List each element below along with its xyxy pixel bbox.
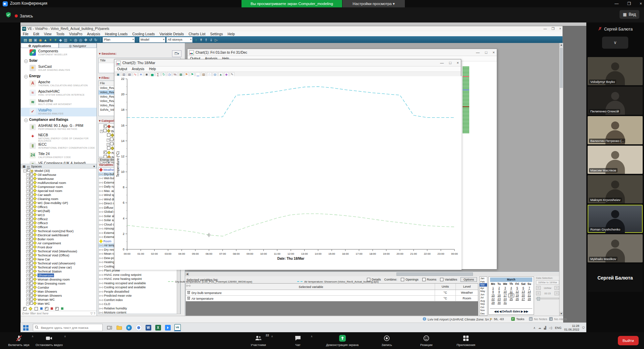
checkbox[interactable]: [30, 273, 33, 277]
app-group-energy[interactable]: –Energy: [21, 74, 97, 79]
storeys-select[interactable]: All storeys: [166, 37, 193, 43]
space-front-door[interactable]: +Front door: [21, 245, 97, 249]
expand-icon[interactable]: +: [26, 182, 29, 185]
close-icon[interactable]: ×: [457, 59, 459, 66]
menu-heating-loads[interactable]: Heating Loads: [105, 32, 128, 36]
checkbox[interactable]: [107, 133, 110, 137]
calendar-day-9[interactable]: 9: [496, 290, 502, 294]
app-item-apache[interactable]: AApacheTHERMAL CALCULATION AND SIMULATIO…: [29, 80, 97, 88]
checkbox[interactable]: [30, 185, 33, 188]
space-wc-low-mobility-gp[interactable]: +WC (low-mobility GP): [21, 201, 97, 205]
space-showroom[interactable]: +Showroom: [21, 273, 97, 277]
expand-icon[interactable]: +: [26, 194, 29, 197]
ve-title-bar[interactable]: VE VE - VistaPro - Volvo_Rev5_Actual_bui…: [21, 26, 562, 32]
calendar-day-20[interactable]: 20: [520, 294, 526, 297]
spaces-header[interactable]: ▦⚏ Spaces ▾: [21, 164, 97, 168]
visibility-icon[interactable]: [55, 307, 59, 310]
checkbox[interactable]: [30, 293, 33, 297]
space-air-compartment[interactable]: +Air compartment: [21, 241, 97, 245]
month-jan[interactable]: Jan: [480, 277, 487, 280]
calendar-day-10[interactable]: 10: [502, 290, 508, 294]
variable-cooling-occupied-and-available[interactable]: Cooling occupied and available: [99, 285, 180, 290]
maximize-icon[interactable]: ❐: [627, 1, 631, 6]
chart2-title-bar[interactable]: Chart(2): Thu 18/Mar — □ ×: [114, 59, 461, 66]
notifications-icon[interactable]: 🗩: [582, 326, 585, 330]
checkbox[interactable]: [104, 124, 107, 128]
expand-icon[interactable]: +: [107, 139, 110, 142]
space-office1[interactable]: +Office1: [21, 205, 97, 209]
space-office3[interactable]: +Office3: [21, 221, 97, 225]
checkbox[interactable]: [30, 217, 33, 220]
menu-edit[interactable]: Edit: [33, 32, 39, 36]
options-button[interactable]: Options: [461, 277, 477, 282]
checkbox[interactable]: [30, 301, 33, 305]
recording-indicator[interactable]: Запись: [15, 13, 33, 19]
expand-icon[interactable]: +: [26, 302, 29, 305]
collapse-icon[interactable]: –: [23, 169, 26, 172]
next-icon[interactable]: ▶: [521, 310, 523, 313]
variable-hvac-zone-cooling-setpoint[interactable]: HVAC zone cooling setpoint: [99, 273, 180, 277]
up-arrow-icon[interactable]: ↑: [194, 38, 199, 43]
month-apr[interactable]: Apr: [480, 287, 487, 290]
export-icon[interactable]: ▲: [43, 38, 48, 43]
checkbox[interactable]: [30, 229, 33, 232]
month-may[interactable]: May: [480, 290, 487, 293]
expand-icon[interactable]: +: [26, 214, 29, 217]
scrollbar-thumb[interactable]: [396, 272, 473, 276]
filter-input[interactable]: Enter filter text here: [22, 312, 49, 315]
calendar-day-14[interactable]: 14: [526, 290, 532, 294]
space-electrical-switchboard[interactable]: +Electrical switchboard: [21, 233, 97, 237]
minimize-icon[interactable]: —: [440, 59, 444, 66]
chart2-menu-analysis[interactable]: Analysis: [132, 67, 144, 71]
video-button[interactable]: Остановить видео∧: [33, 332, 65, 349]
month-sep[interactable]: Sep: [480, 302, 487, 306]
checkbox[interactable]: [104, 151, 107, 154]
space-car-wash[interactable]: +Car wash: [21, 193, 97, 197]
filter-check-icon[interactable]: [45, 307, 48, 310]
calendar-day-24[interactable]: 24: [502, 297, 508, 301]
participants-button[interactable]: Участники22∧: [244, 332, 272, 349]
checkbox[interactable]: [30, 249, 33, 252]
expand-icon[interactable]: +: [26, 250, 29, 253]
expand-icon[interactable]: +: [26, 173, 29, 177]
time-slider[interactable]: [536, 298, 559, 299]
expand-icon[interactable]: +: [26, 246, 29, 249]
variable-clo[interactable]: CLO: [99, 302, 180, 306]
files-label[interactable]: ▾ Files:: [99, 76, 110, 80]
scroll-down-icon[interactable]: ▼: [559, 312, 563, 316]
menu-settings[interactable]: Settings: [210, 32, 223, 36]
checkbox[interactable]: [30, 297, 33, 301]
variable-moisture-content[interactable]: Moisture content: [99, 310, 180, 314]
first-icon[interactable]: ◀◀: [494, 310, 498, 313]
calendar-day-26[interactable]: 26: [514, 297, 520, 301]
minimize-icon[interactable]: —: [614, 1, 619, 6]
expand-icon[interactable]: +: [26, 290, 29, 293]
checkbox[interactable]: [110, 142, 113, 145]
task-view-icon[interactable]: [106, 324, 113, 331]
space-woman-dreesing-room[interactable]: +Woman dreesing room: [21, 277, 97, 281]
space-technical-void-new-car[interactable]: +Technical void (new car): [21, 265, 97, 269]
checkbox[interactable]: [30, 241, 33, 244]
month-aug[interactable]: Aug: [480, 299, 487, 303]
participant-tile-mykhailo-maslikov[interactable]: Mykhailo Maslikov: [588, 234, 643, 262]
new-file-icon[interactable]: ▤: [23, 38, 28, 43]
date-prev-icon[interactable]: <: [536, 286, 541, 290]
calendar-day-28[interactable]: 28: [526, 297, 532, 301]
variable-people-dissatisfied[interactable]: People dissatisfied: [99, 290, 180, 294]
app-item-necb[interactable]: ✦NECBNATIONAL ENERGY CODE OF CANADA FOR …: [29, 133, 97, 141]
chart2-menu-output[interactable]: Output: [117, 67, 127, 71]
expand-icon[interactable]: +: [26, 258, 29, 261]
table-row-dry-bulb-temperature[interactable]: Dry-bulb temperature°CWeather: [186, 290, 478, 296]
orbit-icon[interactable]: ↻: [93, 38, 98, 43]
calendar-day-19[interactable]: 19: [514, 294, 520, 297]
chart2-menu-help[interactable]: Help: [149, 67, 156, 71]
expand-icon[interactable]: +: [26, 278, 29, 281]
checkbox[interactable]: [30, 225, 33, 228]
checkbox[interactable]: [30, 285, 33, 289]
search-input[interactable]: [40, 326, 99, 330]
calendar-day-23[interactable]: 23: [496, 297, 502, 301]
space-oil-warhouse[interactable]: +Oil warhouse: [21, 172, 97, 177]
pages-icon[interactable]: ▷: [214, 38, 219, 43]
space-technical-station[interactable]: +Technical Station: [21, 269, 97, 273]
menu-view[interactable]: View: [44, 32, 52, 36]
